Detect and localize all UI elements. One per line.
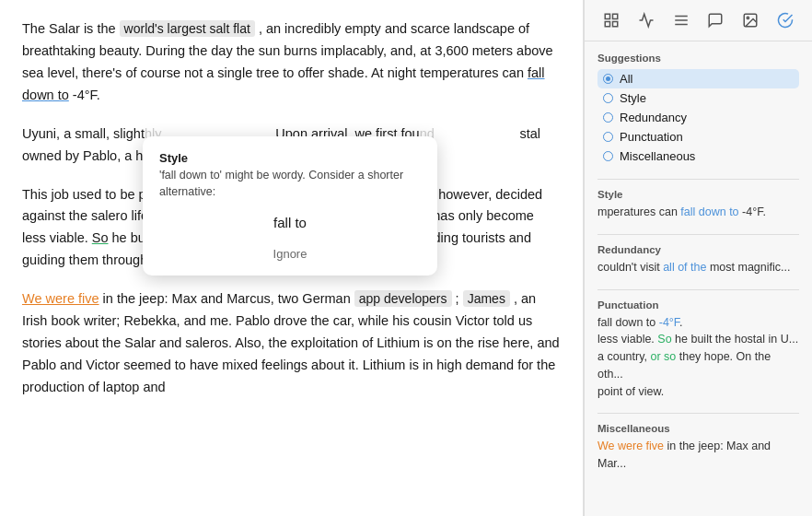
radio-redundancy (603, 112, 613, 123)
radio-style (603, 93, 613, 103)
radio-all (603, 74, 613, 84)
filter-style[interactable]: Style (597, 88, 799, 108)
tooltip-suggestion: fall to (159, 215, 421, 230)
filter-all[interactable]: All (597, 69, 799, 88)
miscellaneous-card-label: Miscellaneous (597, 423, 799, 434)
filter-redundancy[interactable]: Redundancy (597, 108, 799, 127)
divider-2 (597, 234, 799, 235)
paragraph-1: The Salar is the world's largest salt fl… (22, 18, 561, 107)
redundancy-card-text: couldn't visit all of the most magnific.… (597, 259, 799, 276)
tagged-app-developers: app developers (354, 290, 452, 307)
image-icon[interactable] (737, 7, 763, 33)
filter-punctuation[interactable]: Punctuation (597, 127, 799, 147)
punctuation-highlight-2: So (657, 333, 671, 346)
chart-icon[interactable] (633, 7, 659, 33)
redundancy-card: Redundancy couldn't visit all of the mos… (597, 244, 799, 276)
grid-icon[interactable] (598, 7, 624, 33)
list-icon[interactable] (668, 7, 694, 33)
document-panel: The Salar is the world's largest salt fl… (0, 0, 584, 516)
svg-point-8 (747, 17, 748, 18)
paragraph-4: We were five in the jeep: Max and Marcus… (22, 288, 561, 399)
redundancy-card-label: Redundancy (597, 244, 799, 255)
style-highlight: fall down to (680, 205, 738, 218)
checkmark-icon[interactable] (772, 7, 798, 33)
filter-redundancy-label: Redundancy (620, 111, 687, 124)
right-panel: Suggestions All Style Redundancy Punctua… (584, 0, 812, 516)
divider-3 (597, 289, 799, 290)
filter-all-label: All (620, 72, 632, 86)
svg-rect-2 (605, 22, 609, 27)
misc-highlight: We were five (597, 440, 664, 452)
miscellaneous-card-text: We were five in the jeep: Max and Mar... (597, 438, 799, 473)
punctuation-card: Punctuation fall down to -4°F. less viab… (597, 299, 799, 401)
right-content: Suggestions All Style Redundancy Punctua… (585, 41, 812, 516)
radio-miscellaneous (603, 151, 613, 161)
punctuation-card-label: Punctuation (597, 299, 799, 311)
highlighted-we-were-five: We were five (22, 291, 99, 306)
svg-rect-3 (612, 22, 617, 27)
filter-punctuation-label: Punctuation (620, 130, 683, 144)
comment-icon[interactable] (702, 7, 728, 33)
tooltip-popup: Style 'fall down to' might be wordy. Con… (143, 136, 437, 276)
style-card: Style mperatures can fall down to -4°F. (597, 189, 799, 221)
tooltip-title: Style (159, 151, 421, 165)
punctuation-highlight-1: -4°F (659, 316, 679, 329)
radio-punctuation (603, 132, 613, 142)
tagged-phrase-salt-flat: world's largest salt flat (120, 20, 255, 37)
svg-rect-1 (612, 14, 617, 18)
highlighted-so: So (92, 230, 109, 245)
suggestions-section: Suggestions All Style Redundancy Punctua… (597, 53, 799, 166)
redundancy-highlight: all of the (663, 261, 706, 274)
style-card-text: mperatures can fall down to -4°F. (597, 204, 799, 221)
punctuation-card-text: fall down to -4°F. less viable. So he bu… (597, 314, 799, 401)
filter-style-label: Style (620, 91, 646, 105)
right-toolbar (585, 0, 812, 41)
tagged-james: James (463, 290, 510, 307)
filter-miscellaneous-label: Miscellaneous (620, 149, 695, 163)
filter-miscellaneous[interactable]: Miscellaneous (597, 147, 799, 166)
divider-4 (597, 413, 799, 414)
divider-1 (597, 179, 799, 180)
suggestions-label: Suggestions (597, 53, 799, 64)
ignore-button[interactable]: Ignore (159, 243, 421, 264)
style-card-label: Style (597, 189, 799, 200)
punctuation-highlight-3: or so (650, 350, 676, 363)
highlighted-phrase-fall-down-to[interactable]: fall down to (22, 65, 545, 102)
miscellaneous-card: Miscellaneous We were five in the jeep: … (597, 423, 799, 473)
svg-rect-0 (605, 14, 609, 18)
filter-list: All Style Redundancy Punctuation Miscell… (597, 69, 799, 166)
tooltip-description: 'fall down to' might be wordy. Consider … (159, 167, 421, 200)
